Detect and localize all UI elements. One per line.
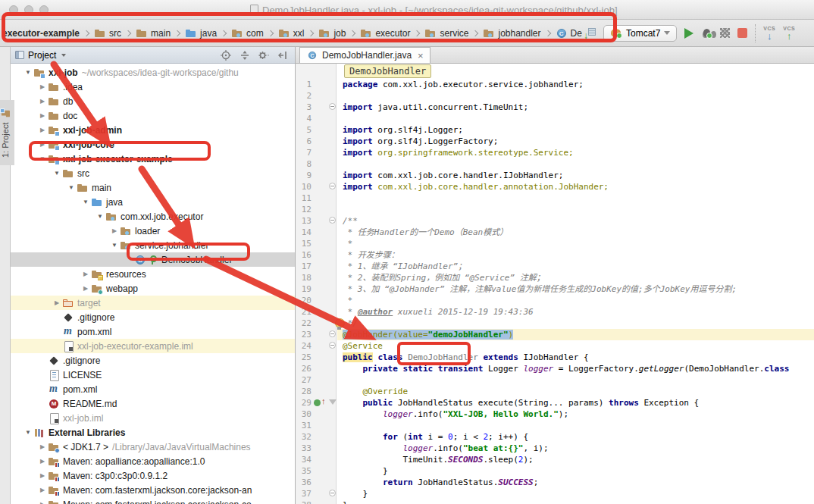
breadcrumb-item-xxl[interactable]: xxl: [277, 27, 305, 39]
tree-item-main[interactable]: ▼main: [11, 180, 295, 195]
tree-expand-icon[interactable]: ▼: [23, 429, 33, 436]
collapse-all-icon[interactable]: [237, 49, 252, 62]
code-line-33[interactable]: logger.info("beat at:{}", i);: [337, 443, 814, 454]
fold-marker-icon[interactable]: [329, 330, 336, 337]
tree-item-pom-xml[interactable]: pom.xml: [11, 382, 295, 396]
fold-marker-icon[interactable]: [329, 490, 336, 496]
code-line-34[interactable]: TimeUnit.SECONDS.sleep(2);: [337, 454, 814, 465]
code-line-31[interactable]: [337, 420, 814, 431]
fold-marker-icon[interactable]: [329, 183, 336, 189]
tree-item-java[interactable]: ▼java: [11, 195, 295, 209]
tree-item-webapp[interactable]: ▶webapp: [11, 281, 295, 296]
tree-expand-icon[interactable]: ▶: [37, 127, 48, 133]
tree-item-loader[interactable]: ▶loader: [11, 224, 295, 238]
tree-expand-icon[interactable]: ▶: [52, 299, 62, 306]
code-line-13[interactable]: /**: [337, 215, 814, 227]
zoom-window-button[interactable]: [39, 5, 49, 14]
tree-item-xxl-job-executor-example[interactable]: ▼xxl-job-executor-example: [11, 152, 295, 166]
tree-expand-icon[interactable]: ▶: [37, 141, 48, 148]
breadcrumb-item-jobhandler[interactable]: jobhandler: [482, 27, 541, 39]
tree-item-xxl-job-iml[interactable]: xxl-job.iml: [11, 411, 295, 425]
tree-item--idea[interactable]: ▶.idea: [11, 80, 295, 94]
breadcrumb-item-service[interactable]: service: [424, 27, 469, 39]
code-line-3[interactable]: import java.util.concurrent.TimeUnit;: [337, 102, 814, 113]
code-line-26[interactable]: private static transient Logger logger =…: [337, 363, 814, 374]
tree-item-target[interactable]: ▶target: [11, 296, 295, 310]
code-line-6[interactable]: import org.slf4j.LoggerFactory;: [337, 136, 814, 147]
breadcrumb-item-java[interactable]: java: [184, 27, 218, 39]
editor-area[interactable]: 1234567891011121314151617181920212223242…: [296, 64, 814, 504]
tree-item-xxl-job-executor-example-iml[interactable]: xxl-job-executor-example.iml: [11, 339, 295, 353]
fold-marker-icon[interactable]: [329, 342, 336, 349]
tree-expand-icon[interactable]: ▶: [80, 271, 91, 277]
tree-expand-icon[interactable]: ▶: [37, 487, 48, 493]
code-line-24[interactable]: @Service: [337, 340, 814, 352]
code-line-12[interactable]: [337, 204, 814, 215]
vcs-update-button[interactable]: VCS↓: [763, 26, 775, 41]
code-line-2[interactable]: [337, 90, 814, 102]
code-line-17[interactable]: * 1、继承 “IJobHandler”；: [337, 261, 814, 272]
breadcrumb-item-com[interactable]: com: [230, 27, 265, 39]
tree-expand-icon[interactable]: ▶: [109, 227, 120, 234]
tree-expand-icon[interactable]: ▶: [37, 83, 48, 90]
fold-marker-icon[interactable]: [329, 399, 337, 405]
gear-icon[interactable]: [256, 49, 271, 62]
chevron-down-icon[interactable]: [61, 54, 66, 57]
tree-expand-icon[interactable]: ▶: [80, 285, 91, 292]
tree-item-pom-xml[interactable]: pom.xml: [11, 324, 295, 339]
code-line-5[interactable]: import org.slf4j.Logger;: [337, 124, 814, 136]
breadcrumb-item-main[interactable]: main: [135, 27, 171, 39]
tree-expand-icon[interactable]: ▼: [95, 213, 105, 220]
tree-expand-icon[interactable]: ▶: [37, 98, 48, 105]
tree-expand-icon[interactable]: ▼: [52, 170, 62, 177]
editor-tab-demojobhandler[interactable]: DemoJobHandler.java ×: [299, 47, 430, 63]
code-line-9[interactable]: import com.xxl.job.core.handler.IJobHand…: [337, 170, 814, 181]
tree-item-readme-md[interactable]: README.md: [11, 396, 295, 411]
code-line-21[interactable]: * @author xuxueli 2015-12-19 19:43:36: [337, 306, 814, 318]
tree-expand-icon[interactable]: ▼: [37, 155, 48, 162]
breadcrumb-item-executor[interactable]: executor: [359, 27, 411, 39]
close-icon[interactable]: ×: [418, 51, 424, 61]
code-line-20[interactable]: *: [337, 295, 814, 306]
tree-expand-icon[interactable]: ▶: [37, 112, 48, 119]
tree-item-maven-c3p0-c3p0-0-9-1-2[interactable]: ▶Maven: c3p0:c3p0:0.9.1.2: [11, 468, 295, 483]
tree-item--gitignore[interactable]: .gitignore: [11, 310, 295, 324]
tree-item-maven-aopalliance-aopalliance-1-0[interactable]: ▶Maven: aopalliance:aopalliance:1.0: [11, 454, 295, 468]
intention-bulb-icon[interactable]: [335, 318, 344, 330]
coverage-button[interactable]: [720, 28, 730, 38]
debug-button[interactable]: [701, 27, 712, 39]
fold-marker-icon[interactable]: [329, 103, 336, 110]
code-line-18[interactable]: * 2、装配到Spring，例如加 “@Service” 注解；: [337, 272, 814, 283]
code-line-25[interactable]: public class DemoJobHandler extends IJob…: [337, 352, 814, 363]
code-line-1[interactable]: package com.xxl.job.executor.service.job…: [337, 79, 814, 90]
code-line-28[interactable]: @Override: [337, 386, 814, 397]
breadcrumb-item-demojobhandler[interactable]: DemoJobHandler: [555, 27, 582, 39]
tree-expand-icon[interactable]: ▼: [23, 69, 33, 76]
code-line-19[interactable]: * 3、加 “@JobHander” 注解，注解value值为新增任务生成的Jo…: [337, 283, 814, 295]
tree-expand-icon[interactable]: ▼: [109, 242, 120, 249]
run-button[interactable]: [684, 28, 693, 39]
tree-item-service-jobhandler[interactable]: ▼service.jobhandler: [11, 238, 295, 252]
tree-item-src[interactable]: ▼src: [11, 166, 295, 180]
close-window-button[interactable]: [9, 5, 18, 14]
tree-item--jdk1-7-[interactable]: ▶< JDK1.7 > /Library/Java/JavaVirtualMac…: [11, 440, 295, 454]
code-line-7[interactable]: import org.springframework.stereotype.Se…: [337, 147, 814, 158]
breadcrumb-item-executor-example[interactable]: executor-example: [2, 28, 80, 39]
tree-item--gitignore[interactable]: .gitignore: [11, 353, 295, 368]
tree-item-external-libraries[interactable]: ▼External Libraries: [11, 425, 295, 440]
code-line-38[interactable]: }: [337, 499, 814, 504]
tree-item-xxl-job-core[interactable]: ▶xxl-job-core: [11, 137, 295, 152]
code-line-16[interactable]: * 开发步骤：: [337, 249, 814, 261]
code-line-11[interactable]: [337, 193, 814, 204]
code-line-22[interactable]: */: [337, 318, 814, 329]
tree-item-maven-com-fasterxml-jackson-core-jackson-an[interactable]: ▶Maven: com.fasterxml.jackson.core:jacks…: [11, 483, 295, 497]
run-configuration-select[interactable]: Tomcat7: [603, 25, 677, 42]
tree-item-doc[interactable]: ▶doc: [11, 108, 295, 123]
code-line-15[interactable]: *: [337, 238, 814, 249]
code-line-32[interactable]: for (int i = 0; i < 2; i++) {: [337, 431, 814, 443]
locate-icon[interactable]: [218, 49, 233, 62]
tree-expand-icon[interactable]: ▼: [66, 184, 77, 191]
code-line-37[interactable]: }: [337, 488, 814, 499]
code-line-29[interactable]: public JobHandleStatus execute(String...…: [337, 397, 814, 409]
tree-item-xxl-job-admin[interactable]: ▶xxl-job-admin: [11, 123, 295, 137]
